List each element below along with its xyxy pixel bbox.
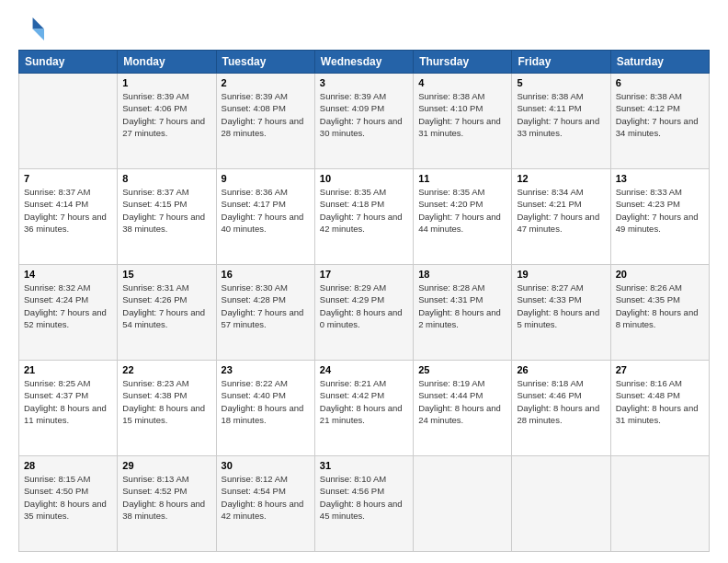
calendar-cell: 26Sunrise: 8:18 AMSunset: 4:46 PMDayligh… bbox=[512, 361, 610, 456]
day-number: 9 bbox=[222, 173, 310, 184]
day-number: 16 bbox=[222, 269, 310, 280]
day-number: 20 bbox=[616, 269, 704, 280]
calendar-cell: 12Sunrise: 8:34 AMSunset: 4:21 PMDayligh… bbox=[512, 169, 610, 265]
calendar-cell: 15Sunrise: 8:31 AMSunset: 4:26 PMDayligh… bbox=[118, 265, 216, 361]
day-number: 5 bbox=[517, 77, 605, 88]
calendar-cell: 3Sunrise: 8:39 AMSunset: 4:09 PMDaylight… bbox=[314, 74, 413, 169]
calendar-cell: 6Sunrise: 8:38 AMSunset: 4:12 PMDaylight… bbox=[610, 74, 709, 169]
day-number: 23 bbox=[222, 364, 310, 375]
day-info: Sunrise: 8:16 AMSunset: 4:48 PMDaylight:… bbox=[616, 377, 704, 426]
calendar-cell: 4Sunrise: 8:38 AMSunset: 4:10 PMDaylight… bbox=[414, 74, 512, 169]
day-number: 17 bbox=[320, 269, 408, 280]
day-info: Sunrise: 8:13 AMSunset: 4:52 PMDaylight:… bbox=[122, 473, 210, 522]
day-info: Sunrise: 8:19 AMSunset: 4:44 PMDaylight:… bbox=[418, 377, 506, 426]
day-info: Sunrise: 8:26 AMSunset: 4:35 PMDaylight:… bbox=[616, 282, 704, 330]
calendar-cell bbox=[414, 456, 512, 552]
day-info: Sunrise: 8:39 AMSunset: 4:09 PMDaylight:… bbox=[320, 90, 408, 139]
calendar-cell: 19Sunrise: 8:27 AMSunset: 4:33 PMDayligh… bbox=[512, 265, 610, 361]
day-info: Sunrise: 8:34 AMSunset: 4:21 PMDaylight:… bbox=[517, 186, 605, 235]
calendar-header-sunday: Sunday bbox=[19, 51, 118, 74]
calendar-cell: 28Sunrise: 8:15 AMSunset: 4:50 PMDayligh… bbox=[19, 456, 118, 552]
page: SundayMondayTuesdayWednesdayThursdayFrid… bbox=[0, 0, 728, 563]
day-number: 22 bbox=[122, 364, 210, 375]
calendar-cell: 31Sunrise: 8:10 AMSunset: 4:56 PMDayligh… bbox=[314, 456, 413, 552]
day-info: Sunrise: 8:25 AMSunset: 4:37 PMDaylight:… bbox=[24, 377, 112, 426]
day-info: Sunrise: 8:32 AMSunset: 4:24 PMDaylight:… bbox=[24, 282, 112, 330]
day-number: 30 bbox=[222, 460, 310, 471]
calendar-cell: 18Sunrise: 8:28 AMSunset: 4:31 PMDayligh… bbox=[414, 265, 512, 361]
calendar-cell: 10Sunrise: 8:35 AMSunset: 4:18 PMDayligh… bbox=[314, 169, 413, 265]
calendar-cell: 2Sunrise: 8:39 AMSunset: 4:08 PMDaylight… bbox=[216, 74, 314, 169]
day-info: Sunrise: 8:15 AMSunset: 4:50 PMDaylight:… bbox=[24, 473, 112, 522]
calendar-cell: 8Sunrise: 8:37 AMSunset: 4:15 PMDaylight… bbox=[118, 169, 216, 265]
day-number: 7 bbox=[24, 173, 112, 184]
calendar-cell: 1Sunrise: 8:39 AMSunset: 4:06 PMDaylight… bbox=[118, 74, 216, 169]
calendar-cell: 14Sunrise: 8:32 AMSunset: 4:24 PMDayligh… bbox=[19, 265, 118, 361]
calendar-cell: 22Sunrise: 8:23 AMSunset: 4:38 PMDayligh… bbox=[118, 361, 216, 456]
day-info: Sunrise: 8:33 AMSunset: 4:23 PMDaylight:… bbox=[616, 186, 704, 235]
svg-marker-0 bbox=[33, 17, 44, 29]
header bbox=[18, 15, 710, 40]
calendar-cell: 29Sunrise: 8:13 AMSunset: 4:52 PMDayligh… bbox=[118, 456, 216, 552]
day-number: 19 bbox=[517, 269, 605, 280]
day-number: 13 bbox=[616, 173, 704, 184]
calendar-cell: 17Sunrise: 8:29 AMSunset: 4:29 PMDayligh… bbox=[314, 265, 413, 361]
calendar-cell: 20Sunrise: 8:26 AMSunset: 4:35 PMDayligh… bbox=[610, 265, 709, 361]
day-number: 12 bbox=[517, 173, 605, 184]
calendar-week-2: 7Sunrise: 8:37 AMSunset: 4:14 PMDaylight… bbox=[19, 169, 710, 265]
calendar-week-3: 14Sunrise: 8:32 AMSunset: 4:24 PMDayligh… bbox=[19, 265, 710, 361]
day-number: 25 bbox=[418, 364, 506, 375]
calendar-header-wednesday: Wednesday bbox=[314, 51, 413, 74]
calendar-header-friday: Friday bbox=[512, 51, 610, 74]
calendar-cell: 9Sunrise: 8:36 AMSunset: 4:17 PMDaylight… bbox=[216, 169, 314, 265]
day-info: Sunrise: 8:22 AMSunset: 4:40 PMDaylight:… bbox=[222, 377, 310, 426]
day-info: Sunrise: 8:39 AMSunset: 4:08 PMDaylight:… bbox=[222, 90, 310, 139]
calendar-cell bbox=[610, 456, 709, 552]
calendar-cell: 16Sunrise: 8:30 AMSunset: 4:28 PMDayligh… bbox=[216, 265, 314, 361]
day-number: 29 bbox=[122, 460, 210, 471]
day-number: 18 bbox=[418, 269, 506, 280]
day-number: 2 bbox=[222, 77, 310, 88]
day-number: 15 bbox=[122, 269, 210, 280]
calendar-cell: 27Sunrise: 8:16 AMSunset: 4:48 PMDayligh… bbox=[610, 361, 709, 456]
calendar-header-saturday: Saturday bbox=[610, 51, 709, 74]
day-info: Sunrise: 8:35 AMSunset: 4:20 PMDaylight:… bbox=[418, 186, 506, 235]
calendar-cell: 24Sunrise: 8:21 AMSunset: 4:42 PMDayligh… bbox=[314, 361, 413, 456]
day-number: 3 bbox=[320, 77, 408, 88]
day-info: Sunrise: 8:38 AMSunset: 4:12 PMDaylight:… bbox=[616, 90, 704, 139]
day-info: Sunrise: 8:38 AMSunset: 4:11 PMDaylight:… bbox=[517, 90, 605, 139]
day-info: Sunrise: 8:21 AMSunset: 4:42 PMDaylight:… bbox=[320, 377, 408, 426]
logo-icon bbox=[18, 15, 44, 40]
day-info: Sunrise: 8:37 AMSunset: 4:15 PMDaylight:… bbox=[122, 186, 210, 235]
calendar-header-thursday: Thursday bbox=[414, 51, 512, 74]
calendar-cell: 23Sunrise: 8:22 AMSunset: 4:40 PMDayligh… bbox=[216, 361, 314, 456]
calendar-week-5: 28Sunrise: 8:15 AMSunset: 4:50 PMDayligh… bbox=[19, 456, 710, 552]
day-number: 14 bbox=[24, 269, 112, 280]
day-info: Sunrise: 8:38 AMSunset: 4:10 PMDaylight:… bbox=[418, 90, 506, 139]
day-info: Sunrise: 8:18 AMSunset: 4:46 PMDaylight:… bbox=[517, 377, 605, 426]
day-number: 8 bbox=[122, 173, 210, 184]
day-number: 1 bbox=[122, 77, 210, 88]
day-number: 4 bbox=[418, 77, 506, 88]
calendar-table: SundayMondayTuesdayWednesdayThursdayFrid… bbox=[18, 50, 710, 552]
calendar-cell: 13Sunrise: 8:33 AMSunset: 4:23 PMDayligh… bbox=[610, 169, 709, 265]
day-number: 6 bbox=[616, 77, 704, 88]
day-number: 26 bbox=[517, 364, 605, 375]
day-number: 24 bbox=[320, 364, 408, 375]
day-info: Sunrise: 8:35 AMSunset: 4:18 PMDaylight:… bbox=[320, 186, 408, 235]
day-info: Sunrise: 8:12 AMSunset: 4:54 PMDaylight:… bbox=[222, 473, 310, 522]
calendar-week-4: 21Sunrise: 8:25 AMSunset: 4:37 PMDayligh… bbox=[19, 361, 710, 456]
calendar-cell bbox=[19, 74, 118, 169]
svg-marker-1 bbox=[33, 29, 44, 40]
calendar-header-row: SundayMondayTuesdayWednesdayThursdayFrid… bbox=[19, 51, 710, 74]
day-info: Sunrise: 8:31 AMSunset: 4:26 PMDaylight:… bbox=[122, 282, 210, 330]
calendar-cell: 21Sunrise: 8:25 AMSunset: 4:37 PMDayligh… bbox=[19, 361, 118, 456]
day-info: Sunrise: 8:30 AMSunset: 4:28 PMDaylight:… bbox=[222, 282, 310, 330]
day-number: 27 bbox=[616, 364, 704, 375]
calendar-cell: 5Sunrise: 8:38 AMSunset: 4:11 PMDaylight… bbox=[512, 74, 610, 169]
calendar-cell bbox=[512, 456, 610, 552]
day-number: 11 bbox=[418, 173, 506, 184]
day-info: Sunrise: 8:36 AMSunset: 4:17 PMDaylight:… bbox=[222, 186, 310, 235]
day-number: 28 bbox=[24, 460, 112, 471]
calendar-cell: 30Sunrise: 8:12 AMSunset: 4:54 PMDayligh… bbox=[216, 456, 314, 552]
